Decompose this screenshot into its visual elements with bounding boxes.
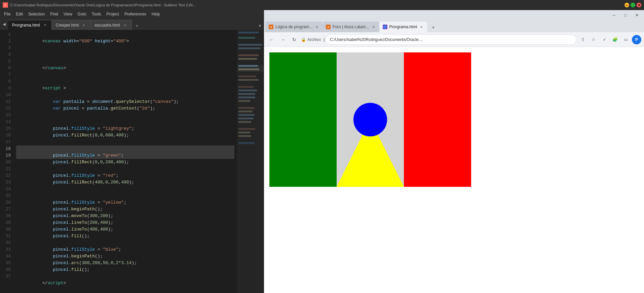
line-num-31: 31 xyxy=(0,233,13,240)
browser-panel: ─ □ ✕ a Lógica de program... ✕ a Foro | … xyxy=(264,10,644,293)
tab-escuadra-label: escuadra.html xyxy=(94,23,120,28)
line-num-9: 9 xyxy=(0,85,13,92)
svg-rect-14 xyxy=(238,89,257,91)
line-num-27: 27 xyxy=(0,206,13,213)
menu-find[interactable]: Find xyxy=(47,10,61,18)
browser-minimize-button[interactable]: ─ xyxy=(610,11,618,19)
tab-creeper[interactable]: Creeper.html ● xyxy=(52,20,91,30)
browser-profile-button[interactable]: P xyxy=(632,35,641,44)
minimize-button[interactable]: ─ xyxy=(624,3,629,7)
sublime-panel: File Edit Selection Find View Goto Tools… xyxy=(0,10,264,293)
browser-bookmark-button[interactable]: ☆ xyxy=(589,35,598,44)
browser-tab-close-foro[interactable]: ✕ xyxy=(371,25,376,29)
svg-rect-12 xyxy=(238,79,259,81)
menu-project[interactable]: Project xyxy=(104,10,122,18)
browser-tab-close-prorgrama[interactable]: ✕ xyxy=(419,25,424,29)
line-num-11: 11 xyxy=(0,98,13,105)
browser-tab-prorgrama[interactable]: 🌐 Prorgrama.html ✕ xyxy=(379,22,427,32)
browser-tab-favicon-prorgrama: 🌐 xyxy=(383,25,387,29)
code-line-17 xyxy=(16,139,234,145)
menu-goto[interactable]: Goto xyxy=(75,10,89,18)
line-num-7: 7 xyxy=(0,72,13,78)
canvas-output xyxy=(269,52,471,187)
line-num-8: 8 xyxy=(0,78,13,85)
svg-rect-26 xyxy=(238,142,255,144)
line-num-3: 3 xyxy=(0,45,13,51)
svg-rect-23 xyxy=(238,128,255,130)
tab-escuadra[interactable]: escuadra.html ✕ xyxy=(90,20,131,30)
browser-tab-bar: a Lógica de program... ✕ a Foro | Alura … xyxy=(264,20,644,32)
line-num-20: 20 xyxy=(0,159,13,166)
line-num-17: 17 xyxy=(0,139,13,145)
menu-help[interactable]: Help xyxy=(149,10,163,18)
menu-bar: File Edit Selection Find View Goto Tools… xyxy=(0,10,264,18)
menu-edit[interactable]: Edit xyxy=(13,10,26,18)
line-num-32: 32 xyxy=(0,240,13,246)
browser-tab-favicon-foro: a xyxy=(326,25,331,29)
menu-view[interactable]: View xyxy=(61,10,75,18)
code-line-32: pincel.fillStyle = "blue"; xyxy=(16,240,234,246)
close-button[interactable]: ✕ xyxy=(637,3,641,7)
browser-address-bar: ← → ↻ 🔒 Archivo | ⇧ ☆ ✓ 🧩 ▭ P xyxy=(264,32,644,47)
line-num-22: 22 xyxy=(0,172,13,179)
main-layout: File Edit Selection Find View Goto Tools… xyxy=(0,10,644,293)
line-num-13: 13 xyxy=(0,112,13,119)
address-input[interactable] xyxy=(326,35,576,44)
line-num-35: 35 xyxy=(0,260,13,266)
code-line-8: <script > xyxy=(16,78,234,85)
window-controls: ─ □ ✕ xyxy=(624,3,641,7)
svg-rect-15 xyxy=(238,93,255,95)
line-num-36: 36 xyxy=(0,266,13,273)
browser-back-button[interactable]: ← xyxy=(267,35,276,44)
browser-sidebar-button[interactable]: ▭ xyxy=(621,35,631,44)
svg-rect-18 xyxy=(238,107,255,109)
browser-tab-label-prorgrama: Prorgrama.html xyxy=(389,25,417,29)
code-line-21: pincel.fillStyle = "red"; xyxy=(16,166,234,172)
menu-selection[interactable]: Selection xyxy=(26,10,47,18)
tab-nav-arrow[interactable]: ◀ xyxy=(0,20,8,28)
code-content[interactable]: <canvas width="600" height="400"> </canv… xyxy=(13,30,237,293)
maximize-button[interactable]: □ xyxy=(631,3,635,7)
svg-rect-24 xyxy=(238,132,250,133)
browser-refresh-button[interactable]: ↻ xyxy=(290,35,299,44)
tab-prorgrama[interactable]: Prorgrama.html ✕ xyxy=(8,20,52,30)
tab-escuadra-close[interactable]: ✕ xyxy=(123,23,127,28)
code-line-13 xyxy=(16,112,234,119)
browser-restore-button[interactable]: □ xyxy=(621,11,630,19)
address-bar-lock-icon: 🔒 xyxy=(301,37,306,42)
line-num-34: 34 xyxy=(0,253,13,260)
line-num-16: 16 xyxy=(0,132,13,139)
minimap xyxy=(237,30,264,293)
browser-tab-close-logica[interactable]: ✕ xyxy=(314,25,319,29)
browser-share-button[interactable]: ⇧ xyxy=(578,35,588,44)
tab-menu-button[interactable]: ▼ xyxy=(256,22,264,30)
line-num-12: 12 xyxy=(0,105,13,112)
line-num-2: 2 xyxy=(0,38,13,45)
menu-tools[interactable]: Tools xyxy=(89,10,104,18)
tab-creeper-close[interactable]: ● xyxy=(81,23,86,28)
line-num-29: 29 xyxy=(0,219,13,226)
tab-prorgrama-close[interactable]: ✕ xyxy=(43,23,47,28)
menu-file[interactable]: File xyxy=(1,10,13,18)
canvas-preview xyxy=(264,47,644,293)
browser-new-tab-button[interactable]: + xyxy=(428,23,438,32)
tab-prorgrama-label: Prorgrama.html xyxy=(12,23,40,28)
browser-extensions-button[interactable]: 🧩 xyxy=(610,35,620,44)
browser-extension1-button[interactable]: ✓ xyxy=(600,35,609,44)
line-num-21: 21 xyxy=(0,166,13,172)
line-num-26: 26 xyxy=(0,199,13,206)
code-line-14: pincel.fillStyle = "lightgrey"; xyxy=(16,119,234,125)
browser-close-button[interactable]: ✕ xyxy=(633,11,641,19)
browser-tab-foro[interactable]: a Foro | Alura Latam... ✕ xyxy=(323,22,379,32)
code-line-37: </script> xyxy=(16,273,234,280)
svg-rect-22 xyxy=(238,121,251,123)
browser-icons: ⇧ ☆ ✓ 🧩 ▭ P xyxy=(578,35,641,44)
line-num-1: 1 xyxy=(0,31,13,38)
browser-forward-button[interactable]: → xyxy=(278,35,288,44)
menu-preferences[interactable]: Preferences xyxy=(122,10,149,18)
line-num-23: 23 xyxy=(0,179,13,186)
browser-tab-logica[interactable]: a Lógica de program... ✕ xyxy=(265,22,323,32)
tab-add-button[interactable]: + xyxy=(133,22,141,30)
line-num-6: 6 xyxy=(0,65,13,72)
line-num-28: 28 xyxy=(0,213,13,219)
